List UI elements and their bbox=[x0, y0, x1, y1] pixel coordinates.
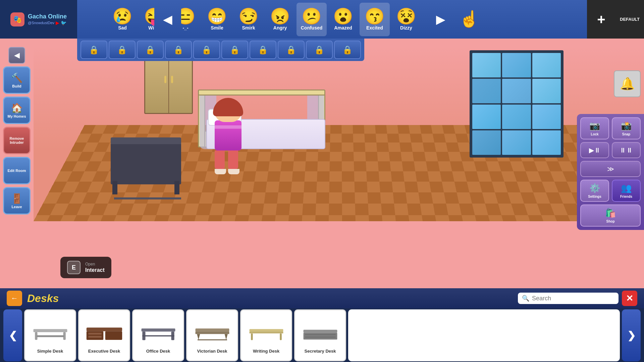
interact-open-label: Open bbox=[85, 262, 105, 266]
logo-area: 🎭 Gacha Online @SnowdustDev ▶ 🐦 bbox=[0, 0, 77, 39]
lock-slot-1[interactable]: 🔒 bbox=[80, 41, 107, 59]
items-next-button[interactable]: ❯ bbox=[622, 309, 641, 361]
twitter-icon: 🐦 bbox=[61, 20, 66, 25]
item-secretary-desk[interactable]: Secretary Desk bbox=[294, 309, 346, 361]
svg-rect-24 bbox=[305, 334, 336, 335]
item-simple-desk[interactable]: Simple Desk bbox=[24, 309, 76, 361]
item-writing-desk-label: Writing Desk bbox=[253, 349, 279, 354]
svg-rect-7 bbox=[88, 333, 101, 335]
emotion-bar: ◀ 😢 Sad 😜 Wink 😑 -_- 😁 Smile 😏 Smirk 😠 A… bbox=[77, 0, 600, 39]
svg-rect-4 bbox=[86, 327, 122, 331]
leave-button[interactable]: 🚪 Leave bbox=[3, 187, 31, 215]
youtube-icon: ▶ bbox=[56, 20, 59, 25]
lock-slot-7[interactable]: 🔒 bbox=[250, 41, 276, 59]
items-back-button[interactable]: ← bbox=[7, 291, 22, 306]
svg-rect-23 bbox=[303, 333, 337, 339]
items-row: ❮ Simple Desk bbox=[0, 308, 644, 362]
search-box: 🔍 bbox=[518, 293, 619, 304]
lock-slot-6[interactable]: 🔒 bbox=[221, 41, 248, 59]
emotion-excited-button[interactable]: 😙 Excited bbox=[360, 3, 390, 36]
add-emotion-button[interactable]: + bbox=[587, 0, 615, 39]
right-panel: 📷 Lock 📸 Snap ▶⏸ ⏸⏸ ≫ ⚙️ Settings 👥 Frie… bbox=[577, 114, 644, 230]
search-clear-button[interactable]: ✕ bbox=[622, 291, 637, 306]
settings-button[interactable]: ⚙️ Settings bbox=[580, 180, 609, 202]
emotion-smile-button[interactable]: 😁 Smile bbox=[202, 3, 232, 36]
lock-slot-3[interactable]: 🔒 bbox=[137, 41, 164, 59]
snap-button[interactable]: 📸 Snap bbox=[612, 117, 641, 139]
svg-rect-22 bbox=[303, 329, 337, 333]
emotion-confused-button[interactable]: 😕 Confused bbox=[297, 3, 327, 36]
lock-slot-8[interactable]: 🔒 bbox=[278, 41, 305, 59]
notification-button[interactable]: 🔔 bbox=[614, 70, 641, 97]
window-frame bbox=[470, 50, 564, 158]
svg-rect-20 bbox=[251, 333, 253, 340]
svg-rect-5 bbox=[86, 331, 103, 340]
item-writing-desk[interactable]: Writing Desk bbox=[240, 309, 292, 361]
svg-rect-18 bbox=[249, 329, 283, 331]
bottom-header: ← Desks 🔍 ✕ bbox=[0, 288, 644, 308]
svg-rect-0 bbox=[33, 329, 67, 332]
remove-intruder-button[interactable]: Remove Intruder bbox=[3, 127, 31, 154]
emotion-prev-button[interactable]: ◀ bbox=[154, 0, 181, 39]
emotion-angry-button[interactable]: 😠 Angry bbox=[265, 3, 295, 36]
lock-row: 🔒 🔒 🔒 🔒 🔒 🔒 🔒 🔒 🔒 🔒 bbox=[77, 39, 364, 61]
interact-key: E bbox=[67, 261, 80, 274]
search-input[interactable] bbox=[532, 295, 614, 302]
items-prev-button[interactable]: ❮ bbox=[3, 309, 22, 361]
emotion-smirk-button[interactable]: 😏 Smirk bbox=[233, 3, 264, 36]
item-office-desk-label: Office Desk bbox=[146, 349, 170, 354]
item-secretary-desk-label: Secretary Desk bbox=[305, 349, 336, 354]
svg-rect-14 bbox=[195, 331, 229, 334]
my-homes-button[interactable]: 🏠 My Homes bbox=[3, 97, 31, 124]
default-button[interactable]: DEFAULT bbox=[615, 0, 644, 39]
lock-slot-5[interactable]: 🔒 bbox=[193, 41, 220, 59]
item-victorian-desk[interactable]: Victorian Desk bbox=[186, 309, 238, 361]
build-button[interactable]: 🔨 Build bbox=[3, 66, 31, 94]
lock-slot-9[interactable]: 🔒 bbox=[306, 41, 333, 59]
back-button[interactable]: ◀ bbox=[8, 47, 25, 64]
svg-rect-3 bbox=[36, 335, 64, 337]
item-executive-desk[interactable]: Executive Desk bbox=[78, 309, 130, 361]
svg-rect-6 bbox=[105, 331, 122, 340]
shop-button[interactable]: 🛍️ Shop bbox=[580, 204, 641, 227]
svg-rect-13 bbox=[195, 328, 229, 331]
section-title: Desks bbox=[27, 292, 59, 305]
svg-rect-9 bbox=[141, 328, 175, 331]
item-victorian-desk-label: Victorian Desk bbox=[197, 349, 227, 354]
edit-room-button[interactable]: Edit Room bbox=[3, 157, 31, 184]
svg-marker-16 bbox=[224, 334, 227, 340]
search-icon: 🔍 bbox=[522, 295, 529, 302]
bottom-panel: ← Desks 🔍 ✕ ❮ Simple Desk bbox=[0, 288, 644, 362]
lock-button[interactable]: 📷 Lock bbox=[580, 117, 609, 139]
item-office-desk[interactable]: Office Desk bbox=[132, 309, 184, 361]
interact-popup: E Open Interact bbox=[60, 257, 111, 278]
right-sidebar: 🔔 bbox=[610, 67, 644, 101]
svg-rect-25 bbox=[305, 336, 336, 338]
emotion-point-button[interactable]: ☝️ bbox=[454, 3, 484, 36]
pause-button[interactable]: ⏸⏸ bbox=[612, 142, 641, 158]
expand-button[interactable]: ≫ bbox=[580, 161, 641, 177]
lock-slot-2[interactable]: 🔒 bbox=[109, 41, 136, 59]
app-subtitle: @SnowdustDev bbox=[28, 21, 54, 25]
emotion-sad-button[interactable]: 😢 Sad bbox=[107, 3, 138, 36]
svg-marker-15 bbox=[197, 334, 200, 340]
svg-rect-8 bbox=[88, 336, 101, 338]
friends-button[interactable]: 👥 Friends bbox=[612, 180, 641, 202]
emotion-dizzy-button[interactable]: 😵 Dizzy bbox=[391, 3, 421, 36]
search-container: 🔍 ✕ bbox=[518, 291, 637, 306]
lock-slot-4[interactable]: 🔒 bbox=[165, 41, 192, 59]
interact-action-label: Interact bbox=[85, 267, 105, 273]
svg-rect-21 bbox=[280, 333, 282, 340]
emotion-next-button[interactable]: ▶ bbox=[429, 0, 453, 39]
item-executive-desk-label: Executive Desk bbox=[88, 349, 120, 354]
character bbox=[215, 91, 241, 174]
items-empty-space bbox=[348, 309, 620, 361]
lock-slot-10[interactable]: 🔒 bbox=[334, 41, 361, 59]
app-name: Gacha Online bbox=[28, 13, 67, 20]
svg-rect-19 bbox=[249, 331, 283, 334]
emotion-amazed-button[interactable]: 😮 Amazed bbox=[328, 3, 358, 36]
svg-rect-12 bbox=[142, 335, 174, 337]
play-button[interactable]: ▶⏸ bbox=[580, 142, 609, 158]
scene-table-top bbox=[111, 137, 181, 144]
item-simple-desk-label: Simple Desk bbox=[37, 349, 63, 354]
